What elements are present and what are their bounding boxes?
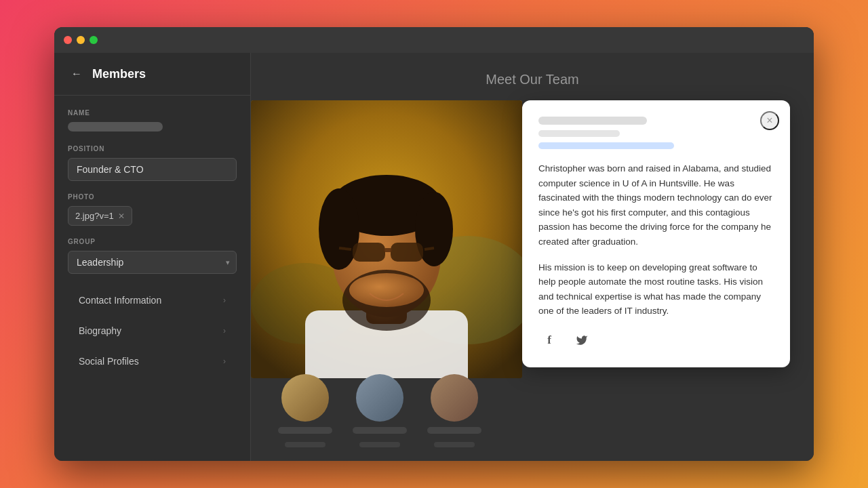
position-field-group: POSITION xyxy=(68,145,237,181)
photo-filename: 2.jpg?v=1 xyxy=(75,211,114,221)
sidebar-header: ← Members xyxy=(54,53,250,96)
photo-image xyxy=(251,100,522,378)
info-role-placeholder xyxy=(538,130,620,137)
avatar-1 xyxy=(281,374,329,422)
group-field-group: GROUP Leadership Engineering Design ▾ xyxy=(68,238,237,274)
chevron-right-icon: › xyxy=(223,296,226,305)
team-member-card-2[interactable] xyxy=(353,374,407,447)
titlebar xyxy=(54,27,814,53)
info-bio-1: Christopher was born and raised in Alaba… xyxy=(538,161,774,249)
info-card: × Christopher was born and raised in Ala… xyxy=(522,100,790,367)
bottom-avatars-row xyxy=(278,374,481,447)
name-placeholder-bar xyxy=(68,122,163,131)
avatar-3-name-placeholder xyxy=(427,427,481,434)
svg-rect-11 xyxy=(391,243,423,262)
photo-input-row: 2.jpg?v=1 ✕ xyxy=(68,206,237,226)
photo-field-group: PHOTO 2.jpg?v=1 ✕ xyxy=(68,193,237,226)
nav-item-contact[interactable]: Contact Information › xyxy=(68,286,237,314)
svg-line-14 xyxy=(425,248,434,249)
avatar-2-name-placeholder xyxy=(353,427,407,434)
group-select-wrapper: Leadership Engineering Design ▾ xyxy=(68,251,237,274)
avatar-3-role-placeholder xyxy=(434,442,475,447)
nav-item-contact-label: Contact Information xyxy=(79,295,161,306)
twitter-icon[interactable] xyxy=(571,329,593,351)
sidebar-title: Members xyxy=(92,67,146,81)
nav-item-biography[interactable]: Biography › xyxy=(68,317,237,345)
group-label: GROUP xyxy=(68,238,237,245)
info-social-links: f xyxy=(538,329,774,351)
maximize-button[interactable] xyxy=(90,36,98,44)
info-card-close-button[interactable]: × xyxy=(760,111,779,130)
nav-item-social[interactable]: Social Profiles › xyxy=(68,347,237,375)
position-label: POSITION xyxy=(68,145,237,152)
sidebar: ← Members NAME POSITION PHOTO xyxy=(54,53,251,461)
position-input[interactable] xyxy=(68,158,237,181)
chevron-right-icon-3: › xyxy=(223,357,226,366)
info-bio-2: His mission is to keep on developing gre… xyxy=(538,260,774,319)
facebook-icon[interactable]: f xyxy=(538,329,560,351)
photo-remove-button[interactable]: ✕ xyxy=(118,211,125,221)
nav-items: Contact Information › Biography › Social… xyxy=(68,286,237,375)
avatar-1-role-placeholder xyxy=(285,442,326,447)
info-tag-placeholder xyxy=(538,142,674,149)
avatar-2 xyxy=(356,374,403,422)
nav-item-biography-label: Biography xyxy=(79,325,121,336)
info-name-placeholder xyxy=(538,117,647,125)
nav-item-social-label: Social Profiles xyxy=(79,356,139,367)
close-button[interactable] xyxy=(64,36,72,44)
svg-line-13 xyxy=(339,248,351,249)
team-member-photo[interactable] xyxy=(251,100,522,378)
minimize-button[interactable] xyxy=(77,36,85,44)
name-label: NAME xyxy=(68,109,237,117)
chevron-right-icon-2: › xyxy=(223,326,226,336)
avatar-2-role-placeholder xyxy=(359,442,400,447)
traffic-lights xyxy=(64,36,98,44)
avatar-3 xyxy=(431,374,478,422)
page-title: Meet Our Team xyxy=(251,53,814,101)
app-body: ← Members NAME POSITION PHOTO xyxy=(54,53,814,461)
svg-point-16 xyxy=(349,273,424,307)
svg-rect-10 xyxy=(353,243,385,262)
group-select[interactable]: Leadership Engineering Design xyxy=(68,251,237,274)
back-button[interactable]: ← xyxy=(68,65,85,83)
team-member-card-1[interactable] xyxy=(278,374,332,447)
photo-label: PHOTO xyxy=(68,193,237,201)
photo-tag: 2.jpg?v=1 ✕ xyxy=(68,206,132,226)
main-content: Meet Our Team Leadership xyxy=(251,53,814,461)
avatar-1-name-placeholder xyxy=(278,427,332,434)
svg-rect-12 xyxy=(384,248,392,252)
name-field-group: NAME xyxy=(68,109,237,131)
team-member-card-3[interactable] xyxy=(427,374,481,447)
sidebar-content: NAME POSITION PHOTO 2.jpg?v=1 ✕ xyxy=(54,96,250,461)
app-window: ← Members NAME POSITION PHOTO xyxy=(54,27,814,461)
